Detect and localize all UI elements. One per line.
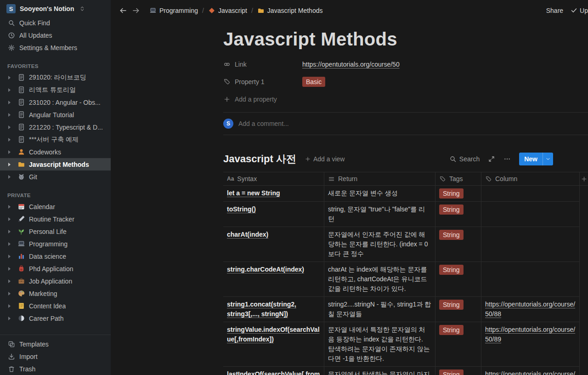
expand-toggle-icon[interactable] [8, 279, 11, 283]
workspace-switcher[interactable]: S Sooyeon's Notion [0, 0, 111, 17]
share-button[interactable]: Share [546, 7, 563, 14]
expand-toggle-icon[interactable] [8, 88, 11, 92]
sidebar-item-page[interactable]: Git [0, 170, 111, 183]
cell-return[interactable]: string, 문자열 "true"나 "false"를 리턴 [324, 202, 435, 227]
cell-return[interactable]: charAt 는 index에 해당하는 문자를 리턴하고, chartCode… [324, 262, 435, 297]
sidebar-item-page[interactable]: Data science [0, 250, 111, 262]
cell-tags[interactable]: String [435, 297, 481, 322]
column-header-syntax[interactable]: Aa Syntax [223, 172, 324, 185]
cell-column[interactable]: https://opentutorials.org/course/50/88 [481, 297, 580, 322]
expand-toggle-icon[interactable] [8, 101, 11, 104]
expand-toggle-icon[interactable] [8, 230, 11, 233]
sidebar-item-import[interactable]: Import [0, 350, 111, 363]
cell-syntax[interactable]: toString() [223, 202, 324, 227]
add-column-button[interactable] [580, 172, 588, 185]
cell-return[interactable]: 문자열 내에서 특정한 문자열의 처음 등장하는 index 값을 리턴한다. … [324, 322, 435, 367]
cell-return[interactable]: 문자열에서 인자로 주어진 값에 해당하는 문자를 리턴한다. (index =… [324, 227, 435, 262]
sidebar-item-label: Content Idea [29, 302, 66, 310]
expand-toggle-icon[interactable] [8, 242, 11, 246]
sidebar-item-page[interactable]: Phd Application [0, 262, 111, 275]
add-view-button[interactable]: Add a view [305, 155, 345, 163]
sidebar-item-page[interactable]: 231020 : Angular - Obs... [0, 96, 111, 108]
expand-toggle-icon[interactable] [8, 205, 11, 209]
cell-syntax[interactable]: string.charCodeAt(index) [223, 262, 324, 297]
cell-syntax[interactable]: string1.concat(string2, string3[,..., st… [223, 297, 324, 322]
page-title[interactable]: Javascript Methods [223, 28, 588, 50]
sidebar-item-page[interactable]: Angular Tutorial [0, 108, 111, 121]
expand-toggle-icon[interactable] [8, 125, 11, 129]
expand-toggle-icon[interactable] [8, 317, 11, 320]
add-property-button[interactable]: Add a property [223, 91, 588, 108]
open-fullscreen-icon[interactable] [488, 155, 495, 163]
property-value-property1[interactable]: Basic [302, 77, 325, 87]
column-header-column[interactable]: Column [481, 172, 580, 185]
expand-toggle-icon[interactable] [8, 175, 11, 179]
expand-toggle-icon[interactable] [8, 304, 11, 308]
cell-tags[interactable]: String [435, 262, 481, 297]
sidebar-item-page[interactable]: Calendar [0, 200, 111, 213]
cell-column[interactable] [481, 202, 580, 227]
sidebar-item-settings-members[interactable]: Settings & Members [0, 41, 111, 54]
cell-syntax[interactable]: let a = new String [223, 186, 324, 202]
sidebar-item-all-updates[interactable]: All Updates [0, 29, 111, 41]
sidebar-item-page[interactable]: 221220 : Typescript & D... [0, 121, 111, 133]
sidebar-item-templates[interactable]: Templates [0, 338, 111, 350]
updates-button[interactable]: Up [571, 7, 588, 14]
sidebar-item-page[interactable]: 291020: 라이브코딩 [0, 71, 111, 84]
cell-tags[interactable]: String [435, 367, 481, 375]
new-dropdown-button[interactable] [543, 153, 553, 165]
sidebar-item-page[interactable]: Codeworks [0, 146, 111, 158]
cell-return[interactable]: string2....stringN - 필수, string1과 합칠 문자열… [324, 297, 435, 322]
expand-toggle-icon[interactable] [8, 76, 11, 80]
expand-toggle-icon[interactable] [8, 163, 11, 166]
cell-syntax[interactable]: lastIndexOf(searchValue[,fromIndex]) [223, 367, 324, 375]
cell-return[interactable]: 문자열에서 탐색하는 문자열이 마지막으로 등장하는 위치에 대한 index를… [324, 367, 435, 375]
expand-toggle-icon[interactable] [8, 217, 11, 221]
cell-return[interactable]: 새로운 문자열 변수 생성 [324, 186, 435, 202]
cell-tags[interactable]: String [435, 202, 481, 227]
expand-toggle-icon[interactable] [8, 138, 11, 142]
sidebar-item-trash[interactable]: Trash [0, 363, 111, 375]
cell-tags[interactable]: String [435, 322, 481, 367]
cell-column[interactable] [481, 227, 580, 262]
sidebar-item-quick-find[interactable]: Quick Find [0, 17, 111, 29]
back-button[interactable] [119, 6, 127, 15]
property-key-link[interactable]: Link [223, 61, 302, 68]
property-value-link[interactable]: https://opentutorials.org/course/50 [302, 61, 400, 68]
expand-toggle-icon[interactable] [8, 113, 11, 117]
cell-column[interactable]: https://opentutorials.org/course/50/90 [481, 367, 580, 375]
collection-search-button[interactable]: Search [449, 155, 480, 163]
sidebar-item-page[interactable]: 리액트 튜토리얼 [0, 84, 111, 96]
cell-tags[interactable]: String [435, 227, 481, 262]
expand-toggle-icon[interactable] [8, 267, 11, 271]
breadcrumb-javascript[interactable]: Javascript [208, 7, 247, 14]
sidebar-item-page[interactable]: Programming [0, 238, 111, 250]
property-key-property1[interactable]: Property 1 [223, 78, 302, 85]
column-header-tags[interactable]: Tags [435, 172, 481, 185]
sidebar-item-page[interactable]: ***서버 구축 예제 [0, 133, 111, 146]
sidebar-item-page[interactable]: Routine Tracker [0, 213, 111, 225]
sidebar-item-page[interactable]: Career Path [0, 312, 111, 324]
expand-toggle-icon[interactable] [8, 255, 11, 258]
cell-column[interactable]: https://opentutorials.org/course/50/89 [481, 322, 580, 367]
sidebar-item-page[interactable]: Content Idea [0, 300, 111, 312]
sidebar-item-page[interactable]: Personal Life [0, 225, 111, 238]
column-header-return[interactable]: Return [324, 172, 435, 185]
new-button[interactable]: New [519, 153, 553, 165]
forward-button[interactable] [132, 6, 140, 15]
cell-syntax[interactable]: stringValue.indexOf(searchValue[,fromInd… [223, 322, 324, 367]
cell-column[interactable] [481, 262, 580, 297]
comment-input[interactable]: Add a comment... [238, 120, 588, 127]
cell-column[interactable] [481, 186, 580, 202]
breadcrumb-javascript-methods[interactable]: Javascript Methods [257, 7, 323, 14]
sidebar-item-javascript-methods[interactable]: Javascript Methods [0, 158, 111, 170]
collection-title[interactable]: Javascript 사전 [223, 152, 296, 166]
cell-syntax[interactable]: charAt(index) [223, 227, 324, 262]
expand-toggle-icon[interactable] [8, 292, 11, 295]
sidebar-item-page[interactable]: Job Application [0, 275, 111, 287]
breadcrumb-programming[interactable]: Programming [149, 7, 198, 14]
expand-toggle-icon[interactable] [8, 150, 11, 154]
cell-tags[interactable]: String [435, 186, 481, 202]
sidebar-item-page[interactable]: Marketing [0, 287, 111, 300]
more-options-icon[interactable] [503, 155, 511, 163]
